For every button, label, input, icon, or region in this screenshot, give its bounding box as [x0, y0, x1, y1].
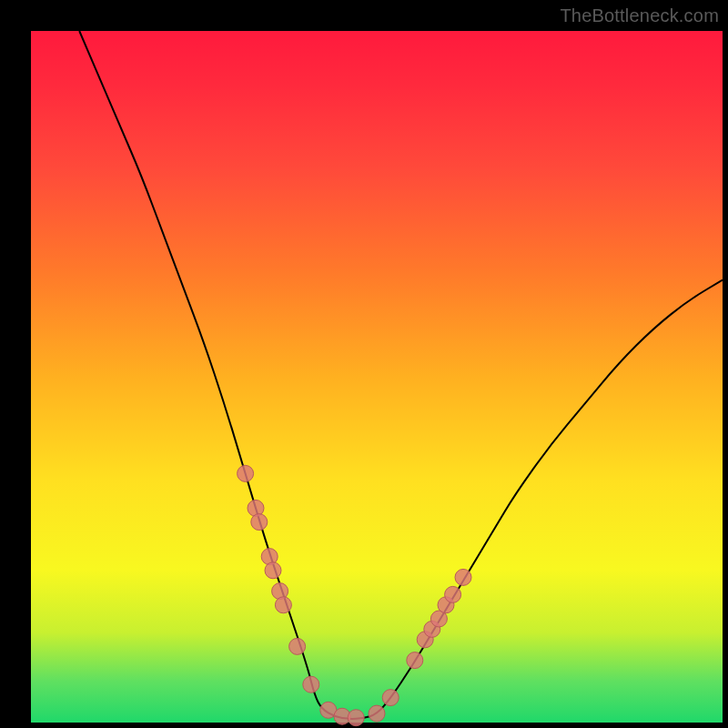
data-marker	[251, 514, 268, 531]
chart-overlay	[31, 31, 723, 723]
watermark-text: TheBottleneck.com	[560, 5, 719, 26]
data-marker	[238, 465, 254, 481]
bottleneck-curve	[79, 31, 723, 719]
markers-left-branch	[238, 465, 306, 654]
data-marker	[303, 676, 319, 693]
data-marker	[369, 705, 385, 722]
data-marker	[455, 569, 471, 585]
data-marker	[407, 652, 423, 669]
data-marker	[348, 710, 364, 726]
data-marker	[289, 638, 306, 654]
data-marker	[275, 597, 291, 613]
data-marker	[382, 690, 399, 706]
markers-right-branch	[407, 569, 471, 668]
chart-frame: TheBottleneck.com	[0, 0, 728, 728]
data-marker	[445, 586, 461, 602]
data-marker	[265, 562, 281, 579]
